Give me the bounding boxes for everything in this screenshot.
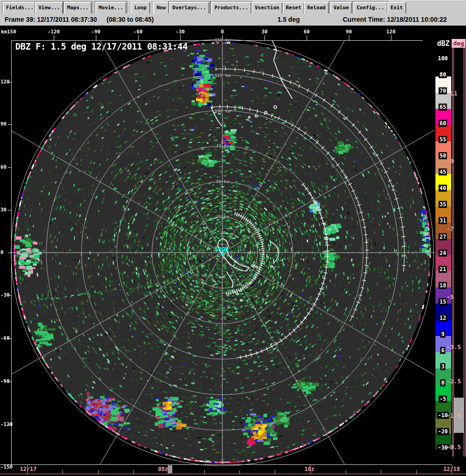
colorbar-region[interactable] xyxy=(435,39,451,457)
elevation-axis-region[interactable] xyxy=(452,39,466,457)
y-axis-label: -30 xyxy=(0,292,10,298)
frame-status-text: Frame 39: 12/17/2011 08:37:30 xyxy=(5,16,97,23)
y-axis-label: -90 xyxy=(0,378,10,384)
y-axis-label: 30 xyxy=(0,207,6,213)
x-axis-label: -30 xyxy=(176,29,185,35)
x-axis-label: -120 xyxy=(48,29,60,35)
x-axis-label: -60 xyxy=(133,29,143,35)
y-axis-label: 60 xyxy=(0,164,6,170)
x-axis-label: 90 xyxy=(346,29,352,35)
menu-bar: Fields...View...Maps...Movie...LoopNowOv… xyxy=(0,0,466,14)
x-axis-label: 30 xyxy=(261,29,267,35)
x-axis-label: 0 xyxy=(221,29,224,35)
radar-plot-region[interactable] xyxy=(11,40,435,464)
y-axis-label: 90 xyxy=(0,121,6,127)
y-axis-label: -60 xyxy=(0,335,10,341)
status-bar: Frame 39: 12/17/2011 08:37:30 (08:30 to … xyxy=(0,13,466,26)
y-axis-label: 0 xyxy=(0,249,4,255)
x-axis-label: -90 xyxy=(91,29,101,35)
x-axis-label: km150 xyxy=(1,29,16,35)
x-axis-label: 60 xyxy=(303,29,309,35)
frame-range-text: (08:30 to 08:45) xyxy=(107,16,154,23)
elevation-status-text: 1.5 deg xyxy=(277,16,300,23)
radar-application-window: Fields...View...Maps...Movie...LoopNowOv… xyxy=(0,0,466,476)
current-time-text: Current Time: 12/18/2011 10:00:22 xyxy=(343,16,447,23)
time-axis-region[interactable] xyxy=(0,464,466,476)
y-axis-label: 120 xyxy=(0,79,10,85)
x-axis-label: 120 xyxy=(386,29,396,35)
